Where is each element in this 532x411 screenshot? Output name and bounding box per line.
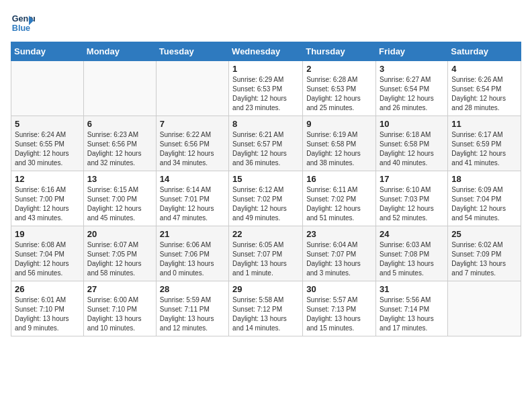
day-info: Sunrise: 6:01 AM Sunset: 7:10 PM Dayligh… (15, 295, 80, 333)
calendar-day-cell: 9Sunrise: 6:19 AM Sunset: 6:58 PM Daylig… (303, 116, 376, 171)
day-info: Sunrise: 6:00 AM Sunset: 7:10 PM Dayligh… (87, 295, 152, 333)
day-info: Sunrise: 6:14 AM Sunset: 7:01 PM Dayligh… (160, 185, 225, 223)
day-number: 17 (380, 174, 444, 184)
calendar-day-cell: 23Sunrise: 6:04 AM Sunset: 7:07 PM Dayli… (303, 226, 376, 281)
calendar-week-row: 5Sunrise: 6:24 AM Sunset: 6:55 PM Daylig… (11, 116, 521, 171)
day-info: Sunrise: 6:29 AM Sunset: 6:53 PM Dayligh… (232, 75, 299, 113)
calendar-day-cell: 1Sunrise: 6:29 AM Sunset: 6:53 PM Daylig… (229, 61, 303, 116)
calendar-day-cell: 8Sunrise: 6:21 AM Sunset: 6:57 PM Daylig… (229, 116, 303, 171)
page-header: General Blue (11, 11, 521, 35)
day-number: 19 (15, 229, 80, 239)
calendar-day-cell: 15Sunrise: 6:12 AM Sunset: 7:02 PM Dayli… (229, 171, 303, 226)
day-info: Sunrise: 6:28 AM Sunset: 6:53 PM Dayligh… (306, 75, 372, 113)
calendar-day-cell: 27Sunrise: 6:00 AM Sunset: 7:10 PM Dayli… (83, 281, 156, 336)
calendar-week-row: 26Sunrise: 6:01 AM Sunset: 7:10 PM Dayli… (11, 281, 521, 336)
day-info: Sunrise: 6:19 AM Sunset: 6:58 PM Dayligh… (306, 130, 372, 168)
calendar-day-cell: 18Sunrise: 6:09 AM Sunset: 7:04 PM Dayli… (448, 171, 521, 226)
logo: General Blue (11, 11, 35, 35)
day-number: 11 (451, 119, 517, 129)
calendar-day-cell: 4Sunrise: 6:26 AM Sunset: 6:54 PM Daylig… (448, 61, 521, 116)
empty-day-cell (156, 61, 228, 116)
calendar-day-cell: 22Sunrise: 6:05 AM Sunset: 7:07 PM Dayli… (229, 226, 303, 281)
day-info: Sunrise: 6:07 AM Sunset: 7:05 PM Dayligh… (87, 240, 152, 278)
day-info: Sunrise: 6:18 AM Sunset: 6:58 PM Dayligh… (380, 130, 444, 168)
day-info: Sunrise: 6:26 AM Sunset: 6:54 PM Dayligh… (451, 75, 517, 113)
day-number: 29 (232, 284, 299, 294)
calendar-day-cell: 21Sunrise: 6:06 AM Sunset: 7:06 PM Dayli… (156, 226, 228, 281)
day-number: 27 (87, 284, 152, 294)
calendar-day-cell: 6Sunrise: 6:23 AM Sunset: 6:56 PM Daylig… (83, 116, 156, 171)
weekday-header-monday: Monday (83, 42, 156, 61)
day-info: Sunrise: 6:10 AM Sunset: 7:03 PM Dayligh… (380, 185, 444, 223)
calendar-week-row: 19Sunrise: 6:08 AM Sunset: 7:04 PM Dayli… (11, 226, 521, 281)
weekday-header-friday: Friday (376, 42, 448, 61)
calendar-day-cell: 5Sunrise: 6:24 AM Sunset: 6:55 PM Daylig… (11, 116, 84, 171)
day-number: 2 (306, 64, 372, 74)
day-number: 9 (306, 119, 372, 129)
day-info: Sunrise: 6:11 AM Sunset: 7:02 PM Dayligh… (306, 185, 372, 223)
calendar-day-cell: 25Sunrise: 6:02 AM Sunset: 7:09 PM Dayli… (448, 226, 521, 281)
day-info: Sunrise: 6:15 AM Sunset: 7:00 PM Dayligh… (87, 185, 152, 223)
day-number: 16 (306, 174, 372, 184)
day-number: 13 (87, 174, 152, 184)
day-number: 10 (380, 119, 444, 129)
day-info: Sunrise: 5:59 AM Sunset: 7:11 PM Dayligh… (160, 295, 225, 333)
calendar-day-cell: 14Sunrise: 6:14 AM Sunset: 7:01 PM Dayli… (156, 171, 228, 226)
day-number: 15 (232, 174, 299, 184)
calendar-day-cell: 13Sunrise: 6:15 AM Sunset: 7:00 PM Dayli… (83, 171, 156, 226)
calendar-week-row: 12Sunrise: 6:16 AM Sunset: 7:00 PM Dayli… (11, 171, 521, 226)
weekday-header-tuesday: Tuesday (156, 42, 228, 61)
day-info: Sunrise: 6:04 AM Sunset: 7:07 PM Dayligh… (306, 240, 372, 278)
calendar-day-cell: 31Sunrise: 5:56 AM Sunset: 7:14 PM Dayli… (376, 281, 448, 336)
day-number: 22 (232, 229, 299, 239)
calendar-table: SundayMondayTuesdayWednesdayThursdayFrid… (11, 42, 521, 336)
calendar-day-cell: 2Sunrise: 6:28 AM Sunset: 6:53 PM Daylig… (303, 61, 376, 116)
calendar-day-cell: 30Sunrise: 5:57 AM Sunset: 7:13 PM Dayli… (303, 281, 376, 336)
calendar-day-cell: 24Sunrise: 6:03 AM Sunset: 7:08 PM Dayli… (376, 226, 448, 281)
day-number: 4 (451, 64, 517, 74)
empty-day-cell (11, 61, 84, 116)
day-info: Sunrise: 6:23 AM Sunset: 6:56 PM Dayligh… (87, 130, 152, 168)
day-info: Sunrise: 5:58 AM Sunset: 7:12 PM Dayligh… (232, 295, 299, 333)
day-number: 25 (451, 229, 517, 239)
empty-day-cell (83, 61, 156, 116)
day-number: 23 (306, 229, 372, 239)
weekday-header-thursday: Thursday (303, 42, 376, 61)
calendar-week-row: 1Sunrise: 6:29 AM Sunset: 6:53 PM Daylig… (11, 61, 521, 116)
day-number: 1 (232, 64, 299, 74)
svg-text:Blue: Blue (12, 24, 30, 33)
day-info: Sunrise: 5:56 AM Sunset: 7:14 PM Dayligh… (380, 295, 444, 333)
day-number: 3 (380, 64, 444, 74)
day-info: Sunrise: 6:21 AM Sunset: 6:57 PM Dayligh… (232, 130, 299, 168)
calendar-day-cell: 26Sunrise: 6:01 AM Sunset: 7:10 PM Dayli… (11, 281, 84, 336)
calendar-day-cell: 20Sunrise: 6:07 AM Sunset: 7:05 PM Dayli… (83, 226, 156, 281)
weekday-header-saturday: Saturday (448, 42, 521, 61)
day-info: Sunrise: 5:57 AM Sunset: 7:13 PM Dayligh… (306, 295, 372, 333)
day-info: Sunrise: 6:09 AM Sunset: 7:04 PM Dayligh… (451, 185, 517, 223)
day-number: 24 (380, 229, 444, 239)
day-info: Sunrise: 6:06 AM Sunset: 7:06 PM Dayligh… (160, 240, 225, 278)
calendar-day-cell: 10Sunrise: 6:18 AM Sunset: 6:58 PM Dayli… (376, 116, 448, 171)
day-number: 6 (87, 119, 152, 129)
day-info: Sunrise: 6:27 AM Sunset: 6:54 PM Dayligh… (380, 75, 444, 113)
day-number: 18 (451, 174, 517, 184)
day-number: 5 (15, 119, 80, 129)
day-number: 31 (380, 284, 444, 294)
day-info: Sunrise: 6:22 AM Sunset: 6:56 PM Dayligh… (160, 130, 225, 168)
day-number: 12 (15, 174, 80, 184)
day-number: 30 (306, 284, 372, 294)
day-info: Sunrise: 6:03 AM Sunset: 7:08 PM Dayligh… (380, 240, 444, 278)
calendar-day-cell: 19Sunrise: 6:08 AM Sunset: 7:04 PM Dayli… (11, 226, 84, 281)
weekday-header-sunday: Sunday (11, 42, 84, 61)
day-number: 8 (232, 119, 299, 129)
calendar-day-cell: 16Sunrise: 6:11 AM Sunset: 7:02 PM Dayli… (303, 171, 376, 226)
day-number: 20 (87, 229, 152, 239)
day-info: Sunrise: 6:17 AM Sunset: 6:59 PM Dayligh… (451, 130, 517, 168)
day-info: Sunrise: 6:02 AM Sunset: 7:09 PM Dayligh… (451, 240, 517, 278)
day-number: 14 (160, 174, 225, 184)
day-info: Sunrise: 6:16 AM Sunset: 7:00 PM Dayligh… (15, 185, 80, 223)
calendar-day-cell: 11Sunrise: 6:17 AM Sunset: 6:59 PM Dayli… (448, 116, 521, 171)
calendar-day-cell: 28Sunrise: 5:59 AM Sunset: 7:11 PM Dayli… (156, 281, 228, 336)
empty-day-cell (448, 281, 521, 336)
day-info: Sunrise: 6:24 AM Sunset: 6:55 PM Dayligh… (15, 130, 80, 168)
